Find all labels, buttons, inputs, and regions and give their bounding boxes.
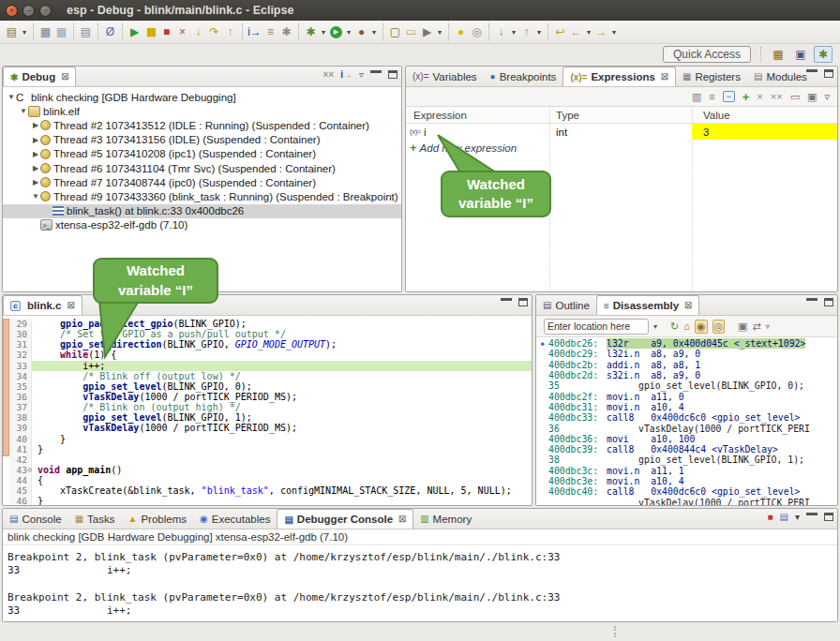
show-logical-structure-icon[interactable]: ≡ <box>709 91 714 102</box>
expander-icon[interactable]: ▶ <box>31 164 40 172</box>
maximize-icon[interactable] <box>518 298 528 306</box>
tab-expressions[interactable]: (x)=Expressions☒ <box>562 67 676 86</box>
code-line[interactable]: 34 /* Blink off (output low) */ <box>9 371 532 381</box>
suspend-icon[interactable]: ▮▮ <box>142 23 158 40</box>
disasm-line[interactable]: 400dbc2d:s32i.n a8, a9, 0 <box>536 370 837 380</box>
forward-icon[interactable]: → <box>593 23 609 40</box>
close-icon[interactable]: ☒ <box>398 514 406 524</box>
disasm-line[interactable]: 400dbc2b:addi.n a8, a8, 1 <box>536 360 837 370</box>
code-line[interactable]: 41} <box>9 444 532 455</box>
close-icon[interactable]: ☒ <box>67 301 74 310</box>
resume-icon[interactable]: ▶ <box>127 23 142 40</box>
disasm-line[interactable]: 400dbc2f:movi.n a11, 0 <box>536 391 837 401</box>
save-icon[interactable]: ▦ <box>38 23 53 40</box>
tab-disassembly[interactable]: ≡Disassembly☒ <box>596 295 699 315</box>
terminate-icon[interactable]: ■ <box>767 512 772 522</box>
debug-tree-row[interactable]: ▼Cblink checking [GDB Hardware Debugging… <box>3 90 401 104</box>
search-icon[interactable]: ● <box>453 23 469 40</box>
disasm-line[interactable]: 400dbc3e:movi.n a10, 4 <box>536 476 837 486</box>
new-wizard-icon[interactable]: ▤ <box>4 23 20 40</box>
code-line[interactable]: 45 xTaskCreate(&blink_task, "blink_task"… <box>9 485 532 496</box>
menu-arrow-icon[interactable]: ▾ <box>435 23 444 40</box>
debug-tree-row[interactable]: ▶Thread #5 1073410208 (ipc1) (Suspended … <box>3 147 401 161</box>
quick-access-field[interactable]: Quick Access <box>663 46 751 63</box>
disasm-line[interactable]: 400dbc3c:movi.n a11, 1 <box>536 466 837 476</box>
disasm-source-line[interactable]: vTaskDelay(1000 / portTICK_PERI <box>536 497 837 505</box>
debug-tree-row[interactable]: ▼Thread #9 1073433360 (blink_task : Runn… <box>3 189 401 203</box>
disasm-source-line[interactable]: 38gpio_set_level(BLINK_GPIO, 1); <box>536 455 837 465</box>
code-line[interactable]: 37 /* Blink on (output high) */ <box>9 402 532 412</box>
debug-tree-row[interactable]: ▶Thread #3 1073413156 (IDLE) (Suspended … <box>3 133 401 147</box>
menu-arrow-icon[interactable]: ▾ <box>319 23 328 40</box>
tab-console[interactable]: ▤Console <box>3 509 68 529</box>
run-icon[interactable]: ▶ <box>328 23 344 40</box>
new-view-icon[interactable]: ▣ <box>807 91 817 103</box>
disasm-source-line[interactable]: 35gpio_set_level(BLINK_GPIO, 0); <box>536 380 837 391</box>
disasm-source-line[interactable]: 36vTaskDelay(1000 / portTICK_PERI <box>536 423 837 433</box>
minimize-icon[interactable] <box>806 298 818 306</box>
last-edit-location-icon[interactable]: ↩ <box>552 23 568 40</box>
menu-arrow-icon[interactable]: ▾ <box>609 23 619 40</box>
previous-annotation-icon[interactable]: ↑ <box>518 23 534 40</box>
expander-icon[interactable]: ▶ <box>31 150 40 158</box>
tab-problems[interactable]: ▲Problems <box>122 509 193 529</box>
step-filters-icon[interactable]: ≡ <box>262 23 278 40</box>
new-c-file-icon[interactable]: ▢ <box>387 23 403 40</box>
tab-registers[interactable]: ▦Registers <box>676 67 747 86</box>
tab-modules[interactable]: ▤Modules <box>747 67 814 86</box>
menu-arrow-icon[interactable]: ▾ <box>20 23 29 40</box>
view-menu-icon[interactable]: ▿ <box>359 69 364 80</box>
step-over-icon[interactable]: ↷ <box>206 23 222 40</box>
close-icon[interactable]: ☒ <box>661 72 668 82</box>
code-line[interactable]: 42 <box>9 455 532 465</box>
tab-variables[interactable]: (x)=Variables <box>406 67 484 86</box>
code-editor[interactable]: 29 gpio_pad_select_gpio(BLINK_GPIO);30 /… <box>3 316 532 505</box>
expander-icon[interactable]: ▼ <box>7 93 16 101</box>
new-view-icon[interactable]: ▣ <box>738 320 747 333</box>
expander-icon[interactable]: ▶ <box>31 136 40 144</box>
code-line[interactable]: 35 gpio_set_level(BLINK_GPIO, 0); <box>9 381 532 392</box>
remove-all-expressions-icon[interactable]: ×× <box>771 91 783 102</box>
code-line[interactable]: 30 /* Set the GPIO as a push/pull output… <box>9 329 532 339</box>
detach-view-icon[interactable]: ▭ <box>790 91 800 103</box>
menu-arrow-icon[interactable]: ▾ <box>584 23 593 40</box>
expander-icon[interactable]: ▼ <box>31 192 40 201</box>
code-line[interactable]: 40 } <box>9 434 532 444</box>
disasm-line[interactable]: 400dbc39:call8 0x400844c4 <vTaskDelay> <box>536 444 837 455</box>
location-dropdown-icon[interactable]: ▾ <box>653 322 657 331</box>
code-line[interactable]: 36 vTaskDelay(1000 / portTICK_PERIOD_MS)… <box>9 392 532 402</box>
collapse-all-icon[interactable]: − <box>723 91 735 102</box>
menu-arrow-icon[interactable]: ▾ <box>344 23 353 40</box>
remove-expression-icon[interactable]: × <box>757 91 762 102</box>
disconnect-icon[interactable]: × <box>174 23 190 40</box>
tab-outline[interactable]: ▤Outline <box>536 295 596 315</box>
refresh-view-icon[interactable]: ↻ <box>670 320 679 333</box>
instruction-stepping-icon[interactable]: i→ <box>340 69 352 80</box>
resource-perspective-button[interactable]: ▣ <box>791 46 810 63</box>
close-icon[interactable]: ☒ <box>61 72 68 82</box>
menu-arrow-icon[interactable]: ▾ <box>509 23 518 40</box>
disasm-line-current[interactable]: ◆400dbc26:l32r a9, 0x400d045c <_stext+10… <box>536 338 837 349</box>
skip-all-breakpoints-icon[interactable]: Ø <box>102 23 118 40</box>
window-close-button[interactable]: × <box>6 5 18 17</box>
open-perspective-button[interactable]: ▦ <box>769 46 788 63</box>
code-line[interactable]: 38 gpio_set_level(BLINK_GPIO, 1); <box>9 412 532 423</box>
minimize-icon[interactable] <box>806 69 818 78</box>
tab-debugger-console[interactable]: ▤Debugger Console☒ <box>277 509 413 529</box>
debug-options-icon[interactable]: ✱ <box>278 23 294 40</box>
expression-row-i[interactable]: (x)= i int 3 <box>406 124 837 140</box>
tab-blink-c[interactable]: c blink.c☒ <box>3 295 82 315</box>
close-icon[interactable]: ☒ <box>684 301 692 310</box>
expression-value[interactable]: 3 <box>692 124 837 140</box>
maximize-icon[interactable] <box>824 513 833 521</box>
step-return-icon[interactable]: ↑ <box>222 23 238 40</box>
console-output[interactable]: Breakpoint 2, blink_task (pvParameter=0x… <box>3 547 837 621</box>
debug-tree-row[interactable]: ▶Thread #6 1073431104 (Tmr Svc) (Suspend… <box>3 161 401 175</box>
maximize-icon[interactable] <box>824 69 833 78</box>
code-line[interactable]: 43⊖void app_main() <box>9 465 532 475</box>
add-expression-icon[interactable]: + <box>742 90 750 104</box>
console-menu-icon[interactable]: ▾ <box>795 512 800 522</box>
view-menu-icon[interactable]: ▿ <box>824 91 830 103</box>
debug-perspective-button[interactable]: ✱ <box>814 46 832 63</box>
save-all-icon[interactable]: ▦ <box>53 23 69 40</box>
